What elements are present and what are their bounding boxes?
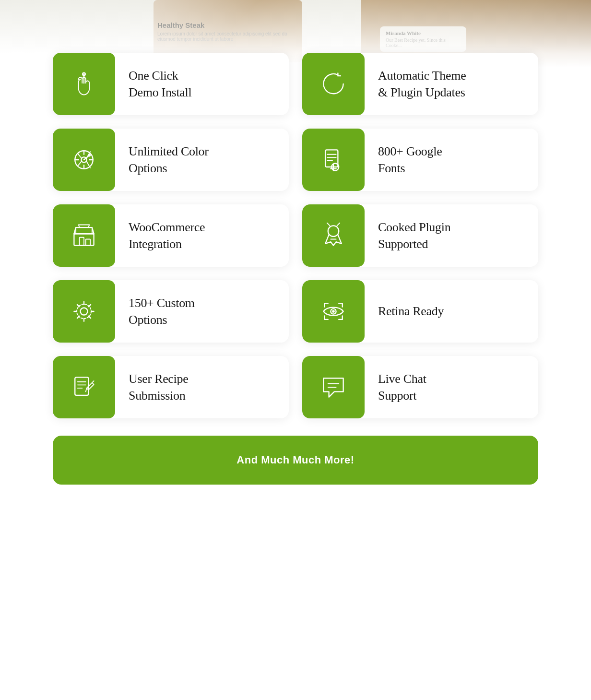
feature-card-recipe-submission: User Recipe Submission: [53, 356, 289, 418]
eye-scan-icon: [319, 297, 348, 326]
settings-icon: [70, 297, 98, 326]
feature-icon-wrap-live-chat: [302, 356, 365, 418]
feature-card-auto-updates: Automatic Theme & Plugin Updates: [302, 53, 538, 115]
feature-text-auto-updates: Automatic Theme & Plugin Updates: [365, 58, 479, 110]
feature-text-one-click-demo: One Click Demo Install: [115, 58, 205, 110]
svg-rect-17: [80, 237, 84, 246]
feature-icon-wrap-cooked-plugin: [302, 204, 365, 267]
feature-text-cooked-plugin: Cooked Plugin Supported: [365, 209, 464, 262]
feature-icon-wrap-recipe-submission: [53, 356, 115, 418]
svg-rect-8: [325, 150, 338, 167]
chat-icon: [319, 373, 348, 402]
feature-text-live-chat: Live Chat Support: [365, 361, 440, 414]
svg-line-24: [337, 223, 340, 226]
refresh-icon: [319, 70, 348, 98]
recipe-submit-icon: [70, 373, 98, 402]
feature-icon-wrap-color-options: [53, 129, 115, 191]
feature-icon-wrap-custom-options: [53, 280, 115, 343]
feature-text-recipe-submission: User Recipe Submission: [115, 361, 201, 414]
feature-icon-wrap-retina: [302, 280, 365, 343]
svg-line-33: [86, 388, 87, 392]
feature-card-cooked-plugin: Cooked Plugin Supported: [302, 204, 538, 267]
feature-icon-wrap-google-fonts: [302, 129, 365, 191]
svg-line-34: [92, 381, 94, 383]
store-icon: [70, 221, 98, 250]
feature-text-woocommerce: WooCommerce Integration: [115, 209, 218, 262]
feature-icon-wrap-one-click-demo: [53, 53, 115, 115]
feature-card-custom-options: 150+ Custom Options: [53, 280, 289, 343]
features-grid: One Click Demo Install Automatic Theme &…: [53, 53, 538, 418]
hand-pointer-icon: [70, 70, 98, 98]
more-button-wrap: And Much Much More!: [53, 436, 538, 485]
feature-card-one-click-demo: One Click Demo Install: [53, 53, 289, 115]
feature-icon-wrap-woocommerce: [53, 204, 115, 267]
svg-rect-18: [86, 239, 90, 246]
feature-card-retina: Retina Ready: [302, 280, 538, 343]
feature-card-google-fonts: 800+ Google Fonts: [302, 129, 538, 191]
color-wheel-icon: [70, 145, 98, 174]
recipe-book-icon: [319, 145, 348, 174]
feature-text-google-fonts: 800+ Google Fonts: [365, 133, 455, 186]
feature-text-color-options: Unlimited Color Options: [115, 133, 222, 186]
feature-card-live-chat: Live Chat Support: [302, 356, 538, 418]
svg-line-23: [327, 223, 330, 226]
feature-text-retina: Retina Ready: [365, 293, 457, 329]
feature-card-woocommerce: WooCommerce Integration: [53, 204, 289, 267]
svg-rect-29: [75, 377, 88, 395]
more-button[interactable]: And Much Much More!: [53, 436, 538, 485]
svg-point-7: [88, 154, 90, 156]
svg-point-28: [332, 310, 334, 312]
svg-point-25: [81, 308, 88, 315]
chef-icon: [319, 221, 348, 250]
feature-icon-wrap-auto-updates: [302, 53, 365, 115]
feature-card-color-options: Unlimited Color Options: [53, 129, 289, 191]
svg-point-21: [328, 225, 339, 237]
feature-text-custom-options: 150+ Custom Options: [115, 285, 208, 338]
